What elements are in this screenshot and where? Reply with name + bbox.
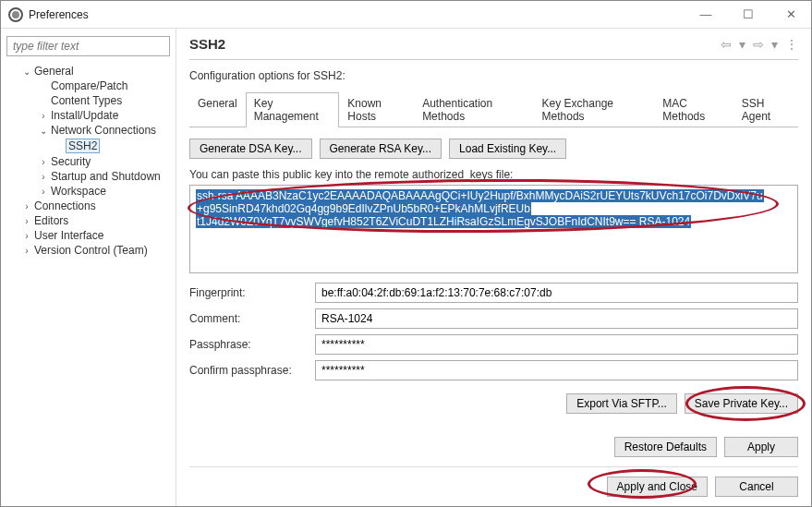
- passphrase-input[interactable]: [315, 334, 798, 355]
- export-row: Export Via SFTP... Save Private Key...: [189, 393, 798, 414]
- tree-startup[interactable]: ›Startup and Shutdown: [6, 169, 170, 184]
- cancel-button[interactable]: Cancel: [715, 477, 798, 497]
- apply-button[interactable]: Apply: [724, 437, 798, 457]
- tree-compare[interactable]: Compare/Patch: [6, 78, 170, 93]
- save-private-key-button[interactable]: Save Private Key...: [685, 393, 798, 414]
- restore-defaults-button[interactable]: Restore Defaults: [614, 437, 717, 457]
- menu-icon[interactable]: ⋮: [785, 37, 798, 52]
- load-key-button[interactable]: Load Existing Key...: [449, 139, 566, 159]
- tree-network[interactable]: ⌄Network Connections: [6, 123, 170, 138]
- header-nav-icons: ⇦ ▾ ⇨ ▾ ⋮: [721, 37, 798, 52]
- window-title: Preferences: [29, 8, 693, 21]
- tab-key-management[interactable]: Key Management: [246, 92, 340, 127]
- tab-general[interactable]: General: [189, 92, 246, 127]
- footer-row: Apply and Close Cancel: [189, 466, 798, 497]
- tree-workspace[interactable]: ›Workspace: [6, 184, 170, 199]
- back-icon[interactable]: ⇦: [721, 37, 732, 52]
- generate-row: Generate DSA Key... Generate RSA Key... …: [189, 139, 798, 159]
- passphrase-label: Passphrase:: [189, 338, 308, 351]
- tree-connections[interactable]: ›Connections: [6, 199, 170, 213]
- tab-ssh-agent[interactable]: SSH Agent: [733, 92, 798, 127]
- left-panel: ⌄General Compare/Patch Content Types ›In…: [1, 29, 176, 506]
- maximize-button[interactable]: ☐: [735, 7, 761, 21]
- confirm-passphrase-label: Confirm passphrase:: [189, 364, 308, 377]
- comment-row: Comment:: [189, 308, 798, 329]
- window-buttons: — ☐ ✕: [693, 7, 804, 21]
- minimize-button[interactable]: —: [693, 7, 719, 21]
- tree-vc[interactable]: ›Version Control (Team): [6, 243, 170, 258]
- generate-dsa-button[interactable]: Generate DSA Key...: [189, 139, 312, 159]
- pubkey-line3: t1J4d2W0Z0YqT7vySWVgefvH852T6ZViCuDT1LZH…: [196, 215, 691, 228]
- generate-rsa-button[interactable]: Generate RSA Key...: [320, 139, 442, 159]
- tree-general[interactable]: ⌄General: [6, 64, 170, 78]
- fingerprint-input[interactable]: [315, 283, 798, 303]
- tree-ssh2[interactable]: SSH2: [6, 138, 170, 154]
- public-key-textarea[interactable]: ssh-rsa AAAAB3NzaC1yc2EAAAADAQABAAAAgQCi…: [189, 185, 798, 273]
- tree-content[interactable]: Content Types: [6, 93, 170, 108]
- comment-label: Comment:: [189, 312, 308, 325]
- close-button[interactable]: ✕: [778, 7, 804, 21]
- tree-ui[interactable]: ›User Interface: [6, 228, 170, 243]
- passphrase-row: Passphrase:: [189, 334, 798, 355]
- public-key-wrap: ssh-rsa AAAAB3NzaC1yc2EAAAADAQABAAAAgQCi…: [189, 185, 798, 273]
- confirm-passphrase-row: Confirm passphrase:: [189, 360, 798, 380]
- page-header: SSH2 ⇦ ▾ ⇨ ▾ ⋮: [189, 36, 798, 60]
- tabs: General Key Management Known Hosts Authe…: [189, 91, 798, 127]
- description: Configuration options for SSH2:: [189, 69, 798, 82]
- tree-editors[interactable]: ›Editors: [6, 213, 170, 228]
- tree-security[interactable]: ›Security: [6, 154, 170, 169]
- tree-install[interactable]: ›Install/Update: [6, 108, 170, 123]
- tab-mac-methods[interactable]: MAC Methods: [654, 92, 733, 127]
- titlebar: Preferences — ☐ ✕: [1, 1, 811, 29]
- fingerprint-label: Fingerprint:: [189, 286, 308, 299]
- confirm-passphrase-input[interactable]: [315, 360, 798, 380]
- comment-input[interactable]: [315, 308, 798, 329]
- app-icon: [8, 7, 23, 22]
- forward-icon[interactable]: ⇨: [753, 37, 764, 52]
- dropdown-icon[interactable]: ▾: [739, 37, 745, 52]
- paste-hint: You can paste this public key into the r…: [189, 168, 798, 181]
- pubkey-line1: ssh-rsa AAAAB3NzaC1yc2EAAAADAQABAAAAgQCi…: [196, 189, 764, 202]
- fingerprint-row: Fingerprint:: [189, 283, 798, 303]
- defaults-row: Restore Defaults Apply: [189, 437, 798, 457]
- tab-auth-methods[interactable]: Authentication Methods: [414, 92, 533, 127]
- tab-key-exchange[interactable]: Key Exchange Methods: [534, 92, 655, 127]
- right-panel: SSH2 ⇦ ▾ ⇨ ▾ ⋮ Configuration options for…: [176, 29, 811, 506]
- apply-and-close-button[interactable]: Apply and Close: [607, 477, 708, 497]
- pubkey-line2: +g95SinRD47khd02Gq4gg9b9EdIlvZPnUb5bR0+E…: [196, 202, 531, 215]
- dropdown2-icon[interactable]: ▾: [771, 37, 778, 52]
- export-sftp-button[interactable]: Export Via SFTP...: [566, 393, 677, 414]
- nav-tree: ⌄General Compare/Patch Content Types ›In…: [6, 64, 170, 499]
- filter-input[interactable]: [6, 36, 170, 56]
- tab-known-hosts[interactable]: Known Hosts: [339, 92, 414, 127]
- page-title: SSH2: [189, 36, 721, 52]
